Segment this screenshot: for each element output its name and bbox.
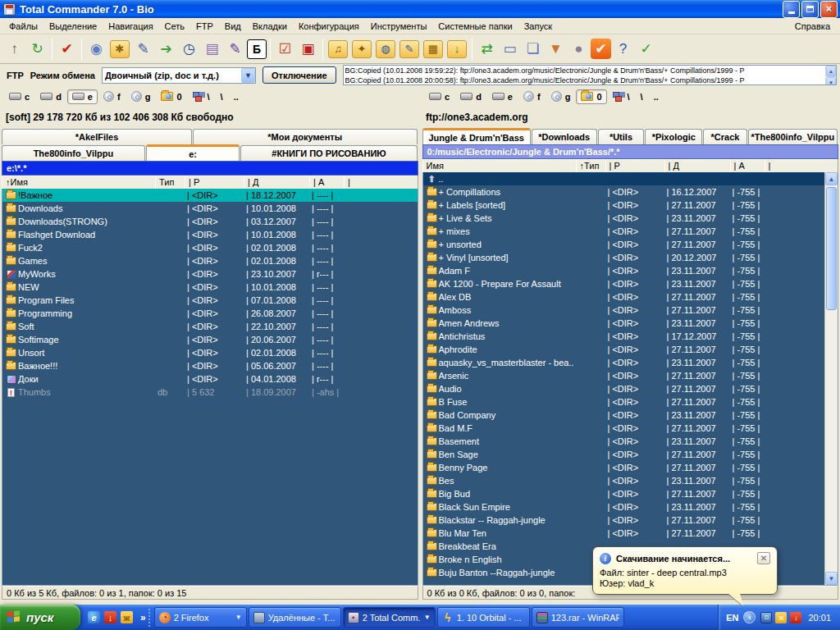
file-row[interactable]: Alex DB| <DIR>| 27.11.2007| -755 | <box>423 290 825 304</box>
file-row[interactable]: Softimage| <DIR>| 20.06.2007| ---- | <box>2 333 418 346</box>
tab--pixologic[interactable]: *Pixologic <box>645 129 702 144</box>
tab-e-[interactable]: e: <box>146 144 240 161</box>
file-row[interactable]: NEW| <DIR>| 10.01.2008| ---- | <box>2 281 418 294</box>
start-button[interactable]: пуск <box>0 605 80 630</box>
column-header[interactable]: | <box>345 176 418 189</box>
transfer-mode-select[interactable]: Двоичный (zip, doc и т.д.) ▼ <box>102 67 256 84</box>
file-row[interactable]: Black Sun Empire| <DIR>| 23.11.2007| -75… <box>423 500 825 514</box>
file-row[interactable]: Benny Page| <DIR>| 27.11.2007| -755 | <box>423 461 825 474</box>
task-button[interactable]: ▪2 Total Comm...▼ <box>343 607 436 628</box>
chevron-left-icon[interactable]: ‹ <box>743 611 756 623</box>
chevron-down-icon[interactable]: ▼ <box>241 68 255 83</box>
file-row[interactable]: Unsort| <DIR>| 02.01.2008| ---- | <box>2 346 418 359</box>
menu-item[interactable]: Запуск <box>518 20 558 33</box>
column-header[interactable]: | А <box>731 159 765 172</box>
file-row[interactable]: + unsorted| <DIR>| 27.11.2007| -755 | <box>423 238 825 251</box>
file-row[interactable]: ⬆.. <box>423 172 825 185</box>
archive-folder-icon[interactable]: ▦ <box>423 40 443 58</box>
file-row[interactable]: Audio| <DIR>| 27.11.2007| -755 | <box>423 382 825 395</box>
right-scrollbar[interactable]: ▲ ▼ <box>824 172 838 585</box>
menu-item[interactable]: Выделение <box>43 20 103 33</box>
tab--utils[interactable]: *Utils <box>598 129 645 144</box>
minimize-button[interactable] <box>783 1 800 18</box>
file-row[interactable]: aquasky_vs_masterblaster - bea..| <DIR>|… <box>423 356 825 369</box>
refresh-icon[interactable]: ↻ <box>26 38 48 61</box>
close-icon[interactable]: ✕ <box>757 552 770 564</box>
file-row[interactable]: Доки| <DIR>| 04.01.2008| r--- | <box>2 372 418 386</box>
file-row[interactable]: Antichristus| <DIR>| 17.12.2007| -755 | <box>423 330 825 343</box>
file-row[interactable]: Flashget Download| <DIR>| 10.01.2008| --… <box>2 228 418 241</box>
column-header[interactable]: | <box>765 159 838 172</box>
select-check-icon[interactable]: ✔ <box>56 38 78 61</box>
music-folder-icon[interactable]: ♫ <box>328 40 348 58</box>
folder-clock-icon[interactable]: ◷ <box>178 38 200 61</box>
column-header[interactable]: | Д <box>665 159 731 172</box>
scrollbar-thumb[interactable] <box>826 187 837 310</box>
scroll-up-icon[interactable]: ▲ <box>826 66 836 77</box>
sphere-icon[interactable]: ● <box>568 38 590 61</box>
drive-button-..[interactable]: .. <box>649 89 664 104</box>
tab--the800info_vilppu[interactable]: *The800info_Vilppu <box>748 129 838 144</box>
drive-button-d[interactable]: d <box>455 89 486 104</box>
file-row[interactable]: Downloads| <DIR>| 10.01.2008| ---- | <box>2 202 418 215</box>
file-row[interactable]: Blu Mar Ten| <DIR>| 27.11.2007| -755 | <box>423 527 825 540</box>
drive-button-f[interactable]: f <box>98 89 126 104</box>
column-header[interactable]: Тип <box>156 176 185 189</box>
refresh-windows-icon[interactable]: ❏ <box>522 38 544 61</box>
orange-check-icon[interactable]: ✔ <box>591 39 611 59</box>
drive-button-g[interactable]: g <box>546 89 576 104</box>
web-folder-icon[interactable]: ◍ <box>376 40 395 58</box>
drive-button-net[interactable]: \ <box>636 89 648 104</box>
drive-button-e[interactable]: e <box>67 89 98 104</box>
file-row[interactable]: B Fuse| <DIR>| 27.11.2007| -755 | <box>423 395 825 409</box>
images-folder-icon[interactable]: ✦ <box>352 40 372 58</box>
file-row[interactable]: + Vinyl [unsorted]| <DIR>| 20.12.2007| -… <box>423 251 825 264</box>
menu-item[interactable]: Вид <box>219 20 247 33</box>
column-header[interactable]: | А <box>310 176 345 189</box>
move-doc-icon[interactable]: ➔ <box>155 38 177 61</box>
file-row[interactable]: Fuck2| <DIR>| 02.01.2008| ---- | <box>2 241 418 254</box>
file-row[interactable]: Downloads(STRONG)| <DIR>| 03.12.2007| --… <box>2 215 418 228</box>
flashget-tray-icon[interactable]: ↓ <box>790 612 801 623</box>
file-row[interactable]: + Labels [sorted]| <DIR>| 27.11.2007| -7… <box>423 199 825 212</box>
edit-notes-icon[interactable]: ✎ <box>224 38 246 61</box>
edit-doc-icon[interactable]: ✎ <box>132 38 154 61</box>
menu-item[interactable]: Навигация <box>103 20 158 33</box>
flashget-icon[interactable]: ↓ <box>104 611 116 623</box>
menu-item[interactable]: Системные папки <box>432 20 518 33</box>
window-icon[interactable]: ▭ <box>499 38 521 61</box>
drive-button-net[interactable]: \ <box>188 89 215 104</box>
tab--книги-по-рисованию[interactable]: #КНИГИ ПО РИСОВАНИЮ <box>240 145 417 161</box>
restore-button[interactable] <box>801 1 819 18</box>
save-floppy-icon[interactable]: ▣ <box>297 38 319 61</box>
drive-button-net[interactable]: \ <box>608 89 635 104</box>
filter-icon[interactable]: ▼ <box>545 38 567 61</box>
drive-button-f[interactable]: f <box>518 89 546 104</box>
taskbar-divider[interactable] <box>148 609 151 627</box>
right-path-bar[interactable]: 0:/music/Electronic/Jungle & Drum'n'Bass… <box>422 144 839 159</box>
swap-panels-icon[interactable]: ⇄ <box>476 38 498 61</box>
drive-button-d[interactable]: d <box>35 89 66 104</box>
file-row[interactable]: Basement| <DIR>| 23.11.2007| -755 | <box>423 435 825 448</box>
task-button[interactable]: 123.rar - WinRAR <box>532 607 624 628</box>
file-row[interactable]: !Важное| <DIR>| 18.12.2007| ---- | <box>2 189 418 202</box>
file-row[interactable]: + Compillations| <DIR>| 16.12.2007| -755… <box>423 185 825 199</box>
file-row[interactable]: Soft| <DIR>| 22.10.2007| ---- | <box>2 320 418 333</box>
file-row[interactable]: Bes| <DIR>| 23.11.2007| -755 | <box>423 474 825 487</box>
column-header[interactable]: | Р <box>606 159 665 172</box>
msn-tray-icon[interactable]: ж <box>775 612 787 623</box>
tab-the800info_vilppu[interactable]: The800info_Vilppu <box>2 145 145 161</box>
task-button[interactable]: ◔2 Firefox▼ <box>154 607 247 628</box>
checklist-icon[interactable]: ☑ <box>274 38 296 61</box>
file-row[interactable]: Arsenic| <DIR>| 27.11.2007| -755 | <box>423 369 825 382</box>
download-folder-icon[interactable]: ↓ <box>447 40 467 58</box>
task-button[interactable]: ϟ1. 10 Orbital - ... <box>437 607 530 628</box>
file-row[interactable]: Programming| <DIR>| 26.08.2007| ---- | <box>2 307 418 320</box>
column-header[interactable]: ↑Тип <box>577 159 606 172</box>
green-check-icon[interactable]: ✓ <box>635 38 657 61</box>
quick-launch-overflow[interactable]: » <box>139 612 148 623</box>
menu-item[interactable]: Файлы <box>3 20 43 33</box>
menu-item[interactable]: Сеть <box>159 20 190 33</box>
left-path-bar[interactable]: e:\*.* <box>2 161 418 176</box>
file-row[interactable]: !Thumbsdb| 5 632| 18.09.2007| -ahs | <box>2 386 418 399</box>
